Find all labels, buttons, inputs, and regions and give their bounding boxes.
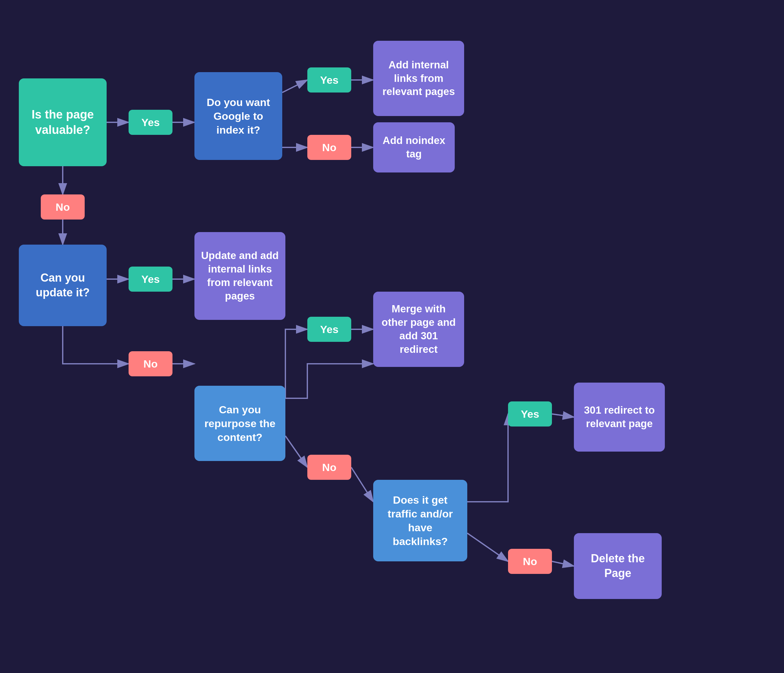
no3-label: No [143, 357, 157, 371]
no2-label: No [56, 200, 70, 214]
redirect-301-label: 301 redirect to relevant page [580, 404, 658, 431]
yes2-label: Yes [320, 73, 339, 87]
no4-label: No [322, 460, 336, 474]
merge-301-node: Merge with other page and add 301 redire… [373, 292, 464, 367]
add-internal-links-label: Add internal links from relevant pages [380, 58, 458, 99]
add-internal-links-node: Add internal links from relevant pages [373, 41, 464, 116]
no5-label: No [523, 555, 537, 568]
yes1-label: Yes [142, 115, 160, 129]
can-repurpose-node: Can you repurpose the content? [194, 386, 285, 461]
update-add-internal-label: Update and add internal links from relev… [201, 249, 279, 303]
is-page-valuable-label: Is the page valuable? [25, 107, 100, 138]
no2-badge: No [41, 194, 85, 219]
yes2-badge: Yes [307, 67, 351, 93]
yes4-label: Yes [320, 322, 339, 336]
update-add-internal-node: Update and add internal links from relev… [194, 232, 285, 320]
can-you-update-label: Can you update it? [25, 270, 100, 300]
yes1-badge: Yes [129, 110, 173, 135]
add-noindex-label: Add noindex tag [380, 134, 448, 161]
delete-page-label: Delete the Page [580, 551, 655, 581]
does-it-get-traffic-label: Does it get traffic and/or have backlink… [380, 493, 461, 549]
svg-line-14 [351, 467, 373, 502]
no5-badge: No [508, 549, 552, 574]
do-you-want-google-node: Do you want Google to index it? [194, 72, 282, 160]
yes3-label: Yes [142, 272, 160, 286]
can-you-update-node: Can you update it? [19, 245, 107, 326]
can-repurpose-label: Can you repurpose the content? [201, 403, 279, 445]
is-page-valuable-node: Is the page valuable? [19, 78, 107, 166]
no1-label: No [322, 140, 336, 154]
svg-line-15 [552, 414, 574, 417]
add-noindex-node: Add noindex tag [373, 122, 455, 173]
redirect-301-node: 301 redirect to relevant page [574, 382, 665, 452]
yes4-badge: Yes [307, 317, 351, 342]
do-you-want-google-label: Do you want Google to index it? [201, 95, 276, 137]
svg-line-17 [552, 561, 574, 566]
svg-line-16 [467, 533, 508, 561]
yes5-label: Yes [521, 407, 540, 421]
yes5-badge: Yes [508, 401, 552, 426]
does-it-get-traffic-node: Does it get traffic and/or have backlink… [373, 480, 467, 561]
yes3-badge: Yes [129, 267, 173, 292]
no3-badge: No [129, 351, 173, 376]
merge-301-label: Merge with other page and add 301 redire… [380, 302, 458, 356]
svg-line-3 [282, 80, 307, 93]
svg-line-13 [285, 436, 307, 467]
no4-badge: No [307, 455, 351, 480]
delete-page-node: Delete the Page [574, 533, 662, 599]
no1-badge: No [307, 135, 351, 160]
